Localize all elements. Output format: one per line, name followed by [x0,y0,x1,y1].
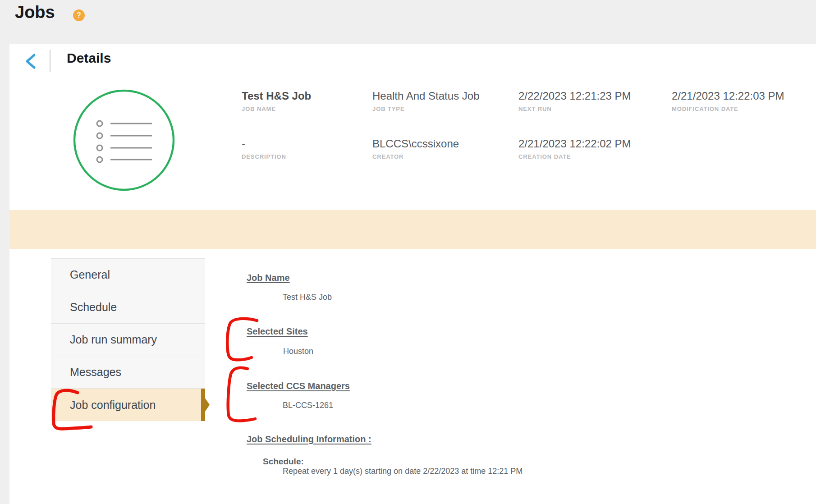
field-description: - DESCRIPTION [242,137,286,160]
jobs-page: Jobs ? Details Test H&S Job JOB NAME Hea… [0,0,816,504]
field-value: 2/21/2023 12:22:03 PM [672,89,784,103]
field-value: 2/21/2023 12:22:02 PM [518,137,631,151]
field-next-run: 2/22/2023 12:21:23 PM NEXT RUN [518,89,631,113]
field-job-type: Health And Status Job JOB TYPE [372,89,480,113]
back-button[interactable] [23,50,38,70]
tab-label: General [70,268,110,281]
field-label: DESCRIPTION [242,153,286,160]
tab-label: Job configuration [70,399,156,412]
field-label: CREATION DATE [518,153,631,160]
schedule-text: Repeat every 1 day(s) starting on date 2… [283,466,523,476]
section-value-job-name: Test H&S Job [283,292,332,302]
page-title: Jobs [15,3,55,22]
section-heading-selected-ccs-managers: Selected CCS Managers [247,380,350,391]
field-label: CREATOR [372,153,459,160]
tab-label: Schedule [70,301,117,314]
field-value: BLCCS\ccssixone [372,137,459,151]
tab-general[interactable]: General [51,259,205,291]
section-value-selected-ccs-managers: BL-CCS-1261 [283,400,333,410]
field-value: Health And Status Job [372,89,480,103]
header-divider [50,50,50,72]
highlight-band [9,210,816,249]
tab-job-configuration[interactable]: Job configuration [51,389,205,421]
schedule-label: Schedule: [263,456,304,467]
help-icon[interactable]: ? [73,9,85,21]
tab-job-run-summary[interactable]: Job run summary [51,324,205,356]
details-title: Details [67,50,111,66]
tab-list: General Schedule Job run summary Message… [51,258,205,421]
field-value: 2/22/2023 12:21:23 PM [518,89,631,103]
field-modification-date: 2/21/2023 12:22:03 PM MODIFICATION DATE [672,89,784,113]
job-list-icon [73,89,176,192]
tab-label: Job run summary [70,333,157,346]
chevron-left-icon [23,50,38,70]
section-value-selected-sites: Houston [283,346,313,356]
field-label: MODIFICATION DATE [672,105,784,113]
field-value: Test H&S Job [242,89,311,103]
field-creation-date: 2/21/2023 12:22:02 PM CREATION DATE [518,137,631,160]
tab-schedule[interactable]: Schedule [51,291,205,324]
help-icon-glyph: ? [77,11,81,19]
section-heading-job-name: Job Name [247,272,290,283]
tab-label: Messages [70,366,121,379]
field-creator: BLCCS\ccssixone CREATOR [372,137,459,160]
tab-messages[interactable]: Messages [51,356,205,389]
field-label: JOB TYPE [372,105,480,113]
field-label: NEXT RUN [518,105,631,113]
field-job-name: Test H&S Job JOB NAME [242,89,311,113]
section-heading-selected-sites: Selected Sites [247,326,308,337]
section-heading-job-scheduling-information: Job Scheduling Information : [247,434,371,444]
field-value: - [242,137,286,151]
field-label: JOB NAME [242,105,311,113]
